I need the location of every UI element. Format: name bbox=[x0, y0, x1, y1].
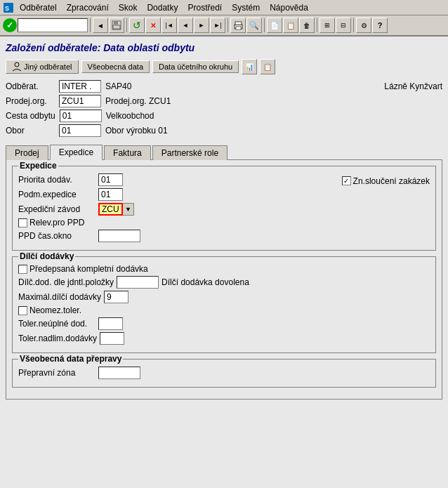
svg-text:S: S bbox=[5, 5, 9, 12]
relevance-label: Relev.pro PPD bbox=[29, 218, 84, 227]
menu-system[interactable]: Systém bbox=[228, 2, 264, 13]
command-input[interactable] bbox=[18, 18, 88, 32]
tab-expedice[interactable]: Expedice bbox=[50, 145, 103, 160]
tab-partnerske-role[interactable]: Partnerské role bbox=[152, 145, 228, 160]
toler-nadlim-input[interactable] bbox=[100, 332, 124, 345]
svg-point-8 bbox=[15, 62, 19, 67]
zn-slouceni-checkbox[interactable]: ✓ bbox=[342, 176, 351, 185]
separator-2 bbox=[126, 18, 127, 32]
nav-prev-btn[interactable]: ◄ bbox=[178, 18, 193, 33]
nav-first-btn[interactable]: |◄ bbox=[162, 18, 177, 33]
obor-value: 01 bbox=[59, 124, 101, 137]
separator-3 bbox=[228, 18, 228, 32]
prepravni-label: Přepravní zóna bbox=[18, 368, 95, 378]
odberat-row: Odběrat. INTER . SAP40 Lázně Kynžvart bbox=[6, 80, 442, 93]
prepravni-input[interactable] bbox=[98, 367, 140, 379]
expedicni-zavod-row: Expediční závod ▼ bbox=[18, 203, 430, 216]
expedicni-input-group: ▼ bbox=[98, 203, 134, 216]
person-icon bbox=[12, 62, 22, 72]
tab-faktura[interactable]: Faktura bbox=[104, 145, 151, 160]
save-btn[interactable] bbox=[109, 18, 124, 33]
print-btn[interactable] bbox=[230, 18, 246, 33]
stop-btn[interactable]: ✕ bbox=[145, 18, 161, 33]
expedicni-browse-btn[interactable]: ▼ bbox=[123, 203, 134, 216]
neomez-row: Neomez.toler. bbox=[18, 305, 430, 315]
expedice-content: Priorita dodáv. ✓ Zn.sloučení zakázek Po… bbox=[18, 173, 430, 242]
toolbar: ✓ ◄ ↺ ✕ |◄ ◄ ► ►| 🔍 📄 📋 🗑 ⊞ ⊟ ⚙ ? bbox=[0, 15, 448, 37]
svg-rect-7 bbox=[236, 27, 241, 29]
neomez-checkbox[interactable] bbox=[18, 306, 27, 315]
data-ucetniho-okruhu-btn[interactable]: Data účetního okruhu bbox=[152, 60, 239, 73]
menu-bar: S Odběratel Zpracování Skok Dodatky Pros… bbox=[0, 0, 448, 15]
priorita-label: Priorita dodáv. bbox=[18, 175, 95, 185]
prepravni-row: Přepravní zóna bbox=[18, 367, 430, 379]
priorita-row: Priorita dodáv. ✓ Zn.sloučení zakázek bbox=[18, 173, 430, 188]
menu-dodatky[interactable]: Dodatky bbox=[143, 2, 182, 13]
dilc-text: Dílčí dodávka dovolena bbox=[162, 277, 249, 287]
prepravy-content: Přepravní zóna bbox=[18, 367, 430, 379]
menu-prostredi[interactable]: Prostředí bbox=[183, 2, 226, 13]
ppd-row: PPD čas.okno bbox=[18, 230, 430, 242]
dilci-section-title: Dílčí dodávky bbox=[18, 251, 75, 261]
cesta-text: Velkoobchod bbox=[106, 111, 154, 121]
dilc-input[interactable] bbox=[117, 276, 159, 289]
main-content: Založení odběratele: Data oblasti odbytu… bbox=[0, 37, 448, 488]
relevance-checkbox[interactable] bbox=[18, 218, 27, 227]
confirm-btn[interactable]: ✓ bbox=[3, 18, 17, 32]
expedicni-input[interactable] bbox=[98, 203, 123, 216]
copy-btn[interactable]: 📋 bbox=[283, 18, 298, 33]
priorita-input[interactable] bbox=[98, 173, 123, 186]
podm-input[interactable] bbox=[98, 188, 123, 201]
predepsana-checkbox[interactable] bbox=[18, 265, 27, 274]
expedicni-label: Expediční závod bbox=[18, 204, 95, 214]
menu-odberatel[interactable]: Odběratel bbox=[15, 2, 61, 13]
separator-6 bbox=[353, 18, 354, 32]
dilci-content: Předepsaná kompletní dodávka Dílč.dod. d… bbox=[18, 264, 430, 345]
sap-logo-icon: S bbox=[3, 2, 14, 13]
toler-neuplne-label: Toler.neúplné dod. bbox=[18, 319, 95, 329]
zn-slouceni-checkbox-row: ✓ Zn.sloučení zakázek bbox=[342, 176, 430, 186]
menu-skok[interactable]: Skok bbox=[114, 2, 142, 13]
jiny-odberatel-btn[interactable]: Jiný odběratel bbox=[6, 60, 79, 74]
tab-panel-expedice: Expedice Priorita dodáv. ✓ Zn.sloučení z… bbox=[6, 159, 442, 400]
podm-expedice-row: Podm.expedice bbox=[18, 188, 430, 201]
odberat-code: SAP40 bbox=[105, 81, 131, 91]
obor-row: Obor 01 Obor výrobku 01 bbox=[6, 124, 442, 137]
help-btn[interactable]: ? bbox=[372, 18, 388, 33]
menu-zpracovani[interactable]: Zpracování bbox=[62, 2, 113, 13]
extra-btn-1[interactable]: 📊 bbox=[242, 59, 257, 74]
extra-btn-2[interactable]: 📋 bbox=[260, 59, 275, 74]
separator-1 bbox=[90, 18, 91, 32]
maximal-input[interactable] bbox=[104, 291, 129, 303]
collapse-btn[interactable]: ⊟ bbox=[336, 18, 351, 33]
odberat-value: INTER . bbox=[59, 80, 101, 93]
expedice-section-title: Expedice bbox=[18, 161, 58, 171]
maximal-label: Maximál.dílčí dodávky bbox=[18, 292, 101, 302]
del-btn[interactable]: 🗑 bbox=[299, 18, 315, 33]
cesta-row: Cesta odbytu 01 Velkoobchod bbox=[6, 110, 442, 122]
tab-prodej[interactable]: Prodej bbox=[6, 145, 48, 160]
neomez-label: Neomez.toler. bbox=[29, 305, 81, 315]
settings-btn[interactable]: ⚙ bbox=[356, 18, 371, 33]
toler-neuplne-input[interactable] bbox=[98, 317, 123, 330]
ppd-input[interactable] bbox=[98, 230, 140, 242]
refresh-btn[interactable]: ↺ bbox=[129, 18, 145, 33]
nav-last-btn[interactable]: ►| bbox=[210, 18, 225, 33]
toler-neuplne-row: Toler.neúplné dod. bbox=[18, 317, 430, 330]
menu-napoveda[interactable]: Nápověda bbox=[265, 2, 312, 13]
obor-text: Obor výrobku 01 bbox=[105, 126, 168, 136]
find-btn[interactable]: 🔍 bbox=[246, 18, 262, 33]
predepsana-label: Předepsaná kompletní dodávka bbox=[29, 264, 148, 274]
prodej-value: ZCU1 bbox=[59, 95, 101, 107]
separator-4 bbox=[264, 18, 265, 32]
back-btn[interactable]: ◄ bbox=[93, 18, 108, 33]
podm-label: Podm.expedice bbox=[18, 190, 95, 199]
sub-toolbar: Jiný odběratel Všeobecná data Data účetn… bbox=[6, 59, 442, 74]
cesta-label: Cesta odbytu bbox=[6, 111, 55, 121]
vseobecna-data-btn[interactable]: Všeobecná data bbox=[81, 60, 150, 73]
nav-next-btn[interactable]: ► bbox=[194, 18, 209, 33]
page-title: Založení odběratele: Data oblasti odbytu bbox=[6, 42, 442, 53]
expand-btn[interactable]: ⊞ bbox=[319, 18, 335, 33]
prepravy-section: Všeobecná data přepravy Přepravní zóna bbox=[12, 359, 436, 388]
new-btn[interactable]: 📄 bbox=[267, 18, 282, 33]
